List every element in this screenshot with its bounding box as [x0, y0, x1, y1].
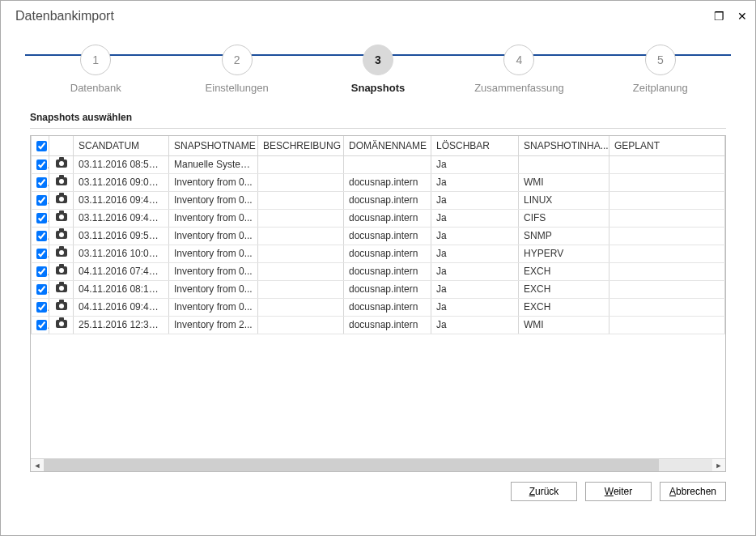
cell-snapshotname: Inventory from 0...: [169, 280, 258, 298]
cell-snapshotname: Inventory from 0...: [169, 227, 258, 245]
camera-icon: [56, 249, 67, 257]
scroll-track[interactable]: [44, 459, 712, 471]
cell-snapshotname: Inventory from 0...: [169, 191, 258, 209]
row-checkbox[interactable]: [36, 160, 47, 170]
cell-beschreibung: [258, 173, 344, 191]
cell-scandatum: 03.11.2016 09:49:10: [74, 209, 169, 227]
stepper-labels: Datenbank Einstellungen Snapshots Zusamm…: [1, 77, 755, 105]
cell-domaene: docusnap.intern: [344, 298, 431, 316]
cell-inhalt: CIFS: [519, 209, 609, 227]
cell-loeschbar: Ja: [431, 280, 519, 298]
cell-geplant: [609, 209, 725, 227]
window-controls: ❐ ✕: [714, 10, 747, 23]
table-row[interactable]: 03.11.2016 08:54:11Manuelle SystemeJa: [32, 155, 725, 173]
table-row[interactable]: 03.11.2016 09:49:10Inventory from 0...do…: [32, 209, 725, 227]
camera-icon: [56, 284, 67, 292]
section-divider: [30, 128, 726, 129]
cell-beschreibung: [258, 155, 344, 173]
table-row[interactable]: 03.11.2016 09:02:06Inventory from 0...do…: [32, 173, 725, 191]
scroll-left-icon[interactable]: ◄: [31, 459, 44, 471]
step-5[interactable]: 5: [590, 45, 731, 75]
header-scandatum[interactable]: SCANDATUM: [74, 136, 169, 155]
step-3[interactable]: 3: [308, 45, 448, 75]
cell-domaene: docusnap.intern: [344, 191, 431, 209]
cell-geplant: [609, 280, 725, 298]
cell-geplant: [609, 227, 725, 245]
cell-geplant: [609, 262, 725, 280]
step-2[interactable]: 2: [166, 45, 307, 75]
cell-snapshotname: Inventory from 0...: [169, 262, 258, 280]
row-checkbox[interactable]: [36, 249, 47, 259]
cell-scandatum: 04.11.2016 09:45:13: [74, 298, 169, 316]
table-scroll[interactable]: SCANDATUM SNAPSHOTNAME BESCHREIBUNG DOMÄ…: [31, 136, 725, 458]
cell-domaene: docusnap.intern: [344, 227, 431, 245]
snapshot-icon-cell: [49, 245, 74, 262]
snapshot-table: SCANDATUM SNAPSHOTNAME BESCHREIBUNG DOMÄ…: [30, 135, 726, 472]
cell-domaene: docusnap.intern: [344, 262, 431, 280]
cell-snapshotname: Inventory from 0...: [169, 245, 258, 262]
header-geplant[interactable]: GEPLANT: [609, 136, 725, 155]
horizontal-scrollbar[interactable]: ◄ ►: [31, 458, 725, 471]
row-checkbox[interactable]: [36, 231, 47, 241]
back-button[interactable]: Zurück: [511, 482, 577, 501]
cell-loeschbar: Ja: [431, 209, 519, 227]
table-row[interactable]: 04.11.2016 08:19:56Inventory from 0...do…: [32, 280, 725, 298]
row-checkbox-cell[interactable]: [32, 316, 49, 334]
scroll-thumb[interactable]: [44, 459, 659, 471]
row-checkbox[interactable]: [36, 213, 47, 223]
row-checkbox[interactable]: [36, 266, 47, 277]
table-row[interactable]: 04.11.2016 09:45:13Inventory from 0...do…: [32, 298, 725, 316]
row-checkbox-cell[interactable]: [32, 191, 49, 209]
row-checkbox-cell[interactable]: [32, 245, 49, 262]
header-beschreibung[interactable]: BESCHREIBUNG: [258, 136, 344, 155]
scroll-right-icon[interactable]: ►: [712, 459, 725, 471]
step-label-3: Snapshots: [308, 82, 448, 94]
cell-inhalt: EXCH: [519, 298, 609, 316]
next-button[interactable]: Weiter: [585, 482, 652, 501]
row-checkbox[interactable]: [36, 284, 47, 295]
step-label-4: Zusammenfassung: [448, 82, 589, 94]
step-1[interactable]: 1: [25, 45, 166, 75]
select-all-checkbox[interactable]: [36, 141, 47, 151]
cell-domaene: docusnap.intern: [344, 245, 431, 262]
snapshot-icon-cell: [49, 280, 74, 298]
row-checkbox-cell[interactable]: [32, 173, 49, 191]
cell-scandatum: 25.11.2016 12:30:55: [74, 316, 169, 334]
table-row[interactable]: 04.11.2016 07:47:13Inventory from 0...do…: [32, 262, 725, 280]
snapshot-icon-cell: [49, 316, 74, 334]
dialog-footer: Zurück Weiter Abbrechen: [1, 472, 755, 511]
row-checkbox-cell[interactable]: [32, 209, 49, 227]
table-row[interactable]: 25.11.2016 12:30:55Inventory from 2...do…: [32, 316, 725, 334]
header-snapshotname[interactable]: SNAPSHOTNAME: [169, 136, 258, 155]
maximize-icon[interactable]: ❐: [714, 10, 724, 23]
cell-snapshotname: Inventory from 0...: [169, 173, 258, 191]
cell-inhalt: [519, 155, 609, 173]
cell-snapshotname: Inventory from 0...: [169, 209, 258, 227]
snapshot-icon-cell: [49, 262, 74, 280]
cell-scandatum: 03.11.2016 08:54:11: [74, 155, 169, 173]
cell-scandatum: 03.11.2016 09:43:59: [74, 191, 169, 209]
cell-beschreibung: [258, 227, 344, 245]
row-checkbox-cell[interactable]: [32, 298, 49, 316]
header-checkbox[interactable]: [32, 136, 49, 155]
row-checkbox-cell[interactable]: [32, 280, 49, 298]
row-checkbox[interactable]: [36, 320, 47, 330]
header-snapshotinhalt[interactable]: SNAPSHOTINHA...: [519, 136, 609, 155]
header-domaenenname[interactable]: DOMÄNENNAME: [344, 136, 431, 155]
row-checkbox-cell[interactable]: [32, 155, 49, 173]
row-checkbox[interactable]: [36, 302, 47, 313]
table-row[interactable]: 03.11.2016 09:43:59Inventory from 0...do…: [32, 191, 725, 209]
table-row[interactable]: 03.11.2016 10:07:19Inventory from 0...do…: [32, 245, 725, 262]
cancel-button[interactable]: Abbrechen: [660, 482, 726, 501]
row-checkbox[interactable]: [36, 177, 47, 188]
row-checkbox[interactable]: [36, 195, 47, 206]
cell-loeschbar: Ja: [431, 173, 519, 191]
header-loeschbar[interactable]: LÖSCHBAR: [431, 136, 519, 155]
row-checkbox-cell[interactable]: [32, 227, 49, 245]
table-row[interactable]: 03.11.2016 09:52:43Inventory from 0...do…: [32, 227, 725, 245]
step-4[interactable]: 4: [448, 45, 589, 75]
camera-icon: [56, 231, 67, 239]
row-checkbox-cell[interactable]: [32, 262, 49, 280]
cell-geplant: [609, 191, 725, 209]
close-icon[interactable]: ✕: [737, 10, 747, 23]
